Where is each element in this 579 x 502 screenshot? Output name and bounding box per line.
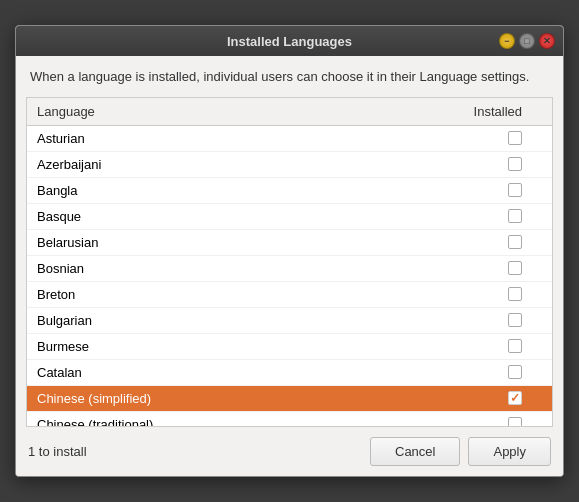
language-name: Bulgarian	[37, 313, 92, 328]
window-title: Installed Languages	[227, 34, 352, 49]
installed-checkbox[interactable]	[508, 339, 522, 353]
installed-checkbox[interactable]	[508, 417, 522, 426]
apply-button[interactable]: Apply	[468, 437, 551, 466]
checkmark-icon: ✓	[510, 391, 520, 405]
list-item[interactable]: Azerbaijani	[27, 152, 552, 178]
cancel-button[interactable]: Cancel	[370, 437, 460, 466]
installed-checkbox[interactable]	[508, 261, 522, 275]
language-name: Catalan	[37, 365, 82, 380]
installed-checkbox[interactable]	[508, 157, 522, 171]
installed-checkbox[interactable]	[508, 183, 522, 197]
language-name: Belarusian	[37, 235, 98, 250]
list-item[interactable]: Catalan	[27, 360, 552, 386]
installed-checkbox[interactable]	[508, 313, 522, 327]
language-name: Chinese (traditional)	[37, 417, 153, 426]
footer: 1 to install Cancel Apply	[16, 427, 563, 476]
table-header: Language Installed	[27, 98, 552, 126]
language-name: Chinese (simplified)	[37, 391, 151, 406]
language-list[interactable]: AsturianAzerbaijaniBanglaBasqueBelarusia…	[27, 126, 552, 426]
language-name: Bosnian	[37, 261, 84, 276]
installed-checkbox[interactable]	[508, 287, 522, 301]
description-text: When a language is installed, individual…	[16, 56, 563, 96]
maximize-button[interactable]: □	[519, 33, 535, 49]
language-name: Bangla	[37, 183, 77, 198]
list-item[interactable]: Belarusian	[27, 230, 552, 256]
minimize-button[interactable]: −	[499, 33, 515, 49]
installed-checkbox[interactable]: ✓	[508, 391, 522, 405]
col-installed-header: Installed	[474, 104, 522, 119]
language-name: Breton	[37, 287, 75, 302]
footer-buttons: Cancel Apply	[370, 437, 551, 466]
language-name: Azerbaijani	[37, 157, 101, 172]
installed-checkbox[interactable]	[508, 209, 522, 223]
installed-checkbox[interactable]	[508, 131, 522, 145]
list-item[interactable]: Breton	[27, 282, 552, 308]
list-item[interactable]: Bosnian	[27, 256, 552, 282]
list-item[interactable]: Burmese	[27, 334, 552, 360]
list-item[interactable]: Bulgarian	[27, 308, 552, 334]
main-window: Installed Languages − □ ✕ When a languag…	[15, 25, 564, 476]
language-name: Asturian	[37, 131, 85, 146]
language-table: Language Installed AsturianAzerbaijaniBa…	[26, 97, 553, 427]
list-item[interactable]: Bangla	[27, 178, 552, 204]
installed-checkbox[interactable]	[508, 235, 522, 249]
installed-checkbox[interactable]	[508, 365, 522, 379]
language-name: Basque	[37, 209, 81, 224]
status-text: 1 to install	[28, 444, 87, 459]
window-controls: − □ ✕	[499, 33, 555, 49]
list-item[interactable]: Chinese (traditional)	[27, 412, 552, 426]
list-item[interactable]: Asturian	[27, 126, 552, 152]
titlebar: Installed Languages − □ ✕	[16, 26, 563, 56]
language-name: Burmese	[37, 339, 89, 354]
col-language-header: Language	[37, 104, 95, 119]
close-button[interactable]: ✕	[539, 33, 555, 49]
list-item[interactable]: Basque	[27, 204, 552, 230]
list-item[interactable]: Chinese (simplified)✓	[27, 386, 552, 412]
